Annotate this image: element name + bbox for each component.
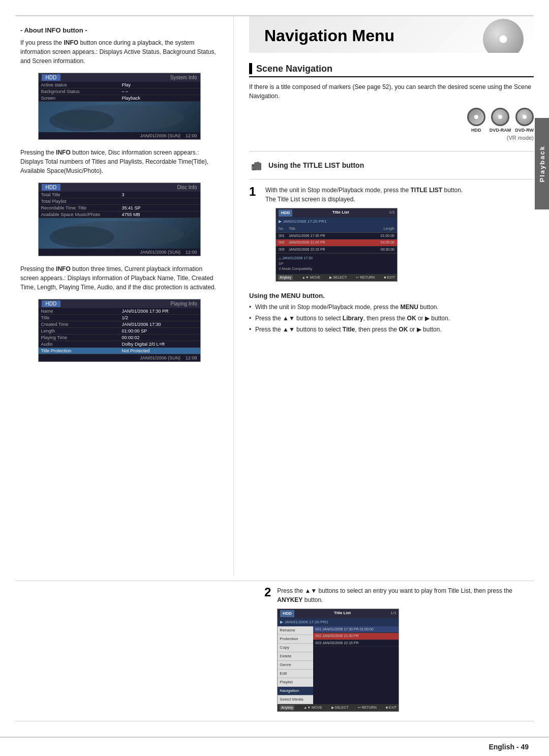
using-menu-section: Using the MENU button. With the unit in … [249, 292, 534, 334]
page-wrapper: - About INFO button - If you press the I… [0, 0, 549, 756]
list-item: 001 JAN/01/2006 17:35 PR 01:00:00 [276, 233, 397, 240]
nav-menu-header: Navigation Menu [249, 16, 534, 53]
ms2-left-tab: HDD [280, 610, 294, 617]
screen2-row4-value: 4755 MB [119, 211, 200, 218]
table-row: Playing Time 00:00:02 [39, 335, 200, 341]
scene-navigation-section: Scene Navigation If there is a title com… [249, 63, 534, 141]
menu-rename: Rename [278, 626, 313, 635]
screen2-date: JAN/01/2006 (SUN) [140, 250, 180, 255]
separator-2 [249, 179, 534, 179]
screen2-image [39, 218, 200, 249]
menu-copy: Copy [278, 644, 313, 652]
screen-disc-info: HDD Disc Info Total Title 3 Total Playli… [38, 183, 201, 256]
screen2-right-tab: Disc Info [177, 185, 197, 190]
ms-vmode: V-Mode Compatibility [279, 266, 394, 272]
screen3-row6-value: Dolby Digital 2/0 L+R [119, 341, 200, 348]
screen3-row1-value: JAN/01/2006 17:30 PR [119, 308, 200, 315]
screen3-left-tab: HDD [42, 300, 61, 307]
about-info-section: - About INFO button - If you press the I… [20, 26, 218, 362]
ms2-date: ▶ JAN/01/2006 17:20 PR1 [280, 620, 328, 624]
screen3-date: JAN/01/2006 (SUN) [140, 355, 180, 360]
ms-footer: △ JAN/01/2006 17:30 SP V-Mode Compatibil… [276, 253, 397, 274]
list-item: 002 JAN/03/2006 21:00 PR 04:05:00 [276, 239, 397, 247]
about-info-para2: Pressing the INFO button twice, Disc inf… [20, 148, 218, 175]
hdd-icon: HDD [467, 108, 485, 133]
ms2-subheader: ▶ JAN/01/2006 17:20 PR1 [278, 618, 399, 626]
hand-icon [249, 158, 264, 173]
screen2-row4-label: Available Space Music/Photo [39, 211, 119, 218]
screen-system-info: HDD System Info Active status Play Backg… [38, 73, 201, 140]
row1-length: 01:00:00 [369, 233, 394, 239]
menu-delete: Delete [278, 652, 313, 661]
vr-mode-label: (VR mode) [249, 135, 534, 141]
nav-return: ↩ RETURN [356, 275, 375, 281]
screen2-row1-value: 3 [119, 192, 200, 198]
screen1-row2-value: – – [119, 88, 200, 95]
ms2-menu: Rename Protection Copy Delete Genre Edit… [278, 626, 313, 704]
list-item: 003 JAN/03/2006 22:15 PR [313, 640, 399, 647]
left-column: - About INFO button - If you press the I… [0, 16, 234, 576]
ms-col-headers: No. Title Length [276, 226, 397, 233]
screen3-row4-label: Length [39, 328, 119, 335]
dvd-rw-disc [515, 108, 534, 126]
step2-number: 2 [15, 586, 271, 716]
bottom-section: 2 Press the ▲▼ buttons to select an entr… [0, 576, 549, 737]
ms2-page-info: 1/3 [390, 610, 396, 617]
dvd-ram-label: DVD-RAM [490, 128, 511, 133]
nav-menu-title: Navigation Menu [264, 26, 518, 45]
table-row: Total Title 3 [39, 192, 200, 198]
table-row: Title Protection Not Protected [39, 348, 200, 354]
list-item: 001 JAN/01/2006 17:30 PR 01:00:00 [313, 626, 399, 633]
screen2-footer: JAN/01/2006 (SUN) 12:00 [39, 249, 200, 256]
table-row: Active status Play [39, 82, 200, 88]
screen3-row7-label: Title Protection [39, 348, 119, 354]
mini-screen-step2: HDD Title List 1/3 ▶ JAN/01/2006 17:20 P… [277, 609, 399, 712]
screen3-right-tab: Playing Info [170, 301, 197, 307]
col-title: Title [289, 226, 369, 232]
dvd-ram-icon: DVD-RAM [490, 108, 511, 133]
right-column: Navigation Menu Scene Navigation If ther… [234, 16, 549, 576]
step-1: 1 With the unit in Stop mode/Playback mo… [249, 186, 534, 286]
screen1-image [39, 102, 200, 132]
screen2-header: HDD Disc Info [39, 183, 200, 192]
screen1-table: Active status Play Background Status – –… [39, 82, 200, 102]
screen1-left-tab: HDD [42, 74, 61, 81]
nav2-move: ▲▼ MOVE [303, 705, 322, 711]
dvd-rw-label: DVD-RW [515, 128, 534, 133]
nav2-select: ▶ SELECT [331, 705, 349, 711]
screen1-row1-label: Active status [39, 82, 119, 88]
step2-content: Press the ▲▼ buttons to select an entry … [277, 586, 534, 716]
ms2-header: HDD Title List 1/3 [278, 609, 399, 618]
screen2-row3-value: 35:41 SP [119, 205, 200, 211]
screen1-right-tab: System Info [170, 75, 197, 80]
step1-number: 1 [249, 186, 259, 286]
dvd-ram-disc [491, 108, 509, 126]
ms-nav-bar: Anykey ▲▼ MOVE ▶ SELECT ↩ RETURN ■ EXIT [276, 274, 397, 282]
nav2-anykey: Anykey [280, 705, 294, 711]
about-info-para1: If you press the INFO button once during… [20, 38, 218, 66]
table-row: Total Playlist [39, 198, 200, 205]
menu-select-media: Select Media [278, 695, 313, 704]
title-list-title: Using the TITLE LIST button [268, 161, 364, 169]
ms2-nav-bar: Anykey ▲▼ MOVE ▶ SELECT ↩ RETURN ■ EXIT [278, 704, 399, 712]
svg-rect-4 [252, 166, 254, 169]
footer-separator: - [516, 743, 519, 751]
screen3-row3-value: JAN/01/2006 17:30 [119, 321, 200, 328]
screen3-table: Name JAN/01/2006 17:30 PR Title 1/2 Crea… [39, 308, 200, 354]
bullet-item-2: Press the ▲▼ buttons to select Library, … [249, 314, 534, 323]
row2-length: 04:05:00 [369, 240, 394, 246]
ms2-body: Rename Protection Copy Delete Genre Edit… [278, 626, 399, 704]
col-no: No. [279, 226, 289, 232]
bottom-separator [15, 721, 534, 721]
list-item: 002 JAN/03/2006 21:00 PR [313, 633, 399, 640]
title-list-heading: Using the TITLE LIST button [249, 158, 534, 173]
screen3-footer: JAN/01/2006 (SUN) 12:08 [39, 354, 200, 361]
screen2-row2-value [119, 198, 200, 205]
nav-anykey: Anykey [278, 275, 293, 281]
main-content: - About INFO button - If you press the I… [0, 16, 549, 576]
ms-footer-sp: SP [279, 261, 394, 267]
screen1-row3-label: Screen [39, 95, 119, 102]
menu-genre: Genre [278, 661, 313, 670]
scene-nav-description: If there is a title composed of markers … [249, 82, 534, 101]
menu-playlist: Playlist [278, 678, 313, 687]
